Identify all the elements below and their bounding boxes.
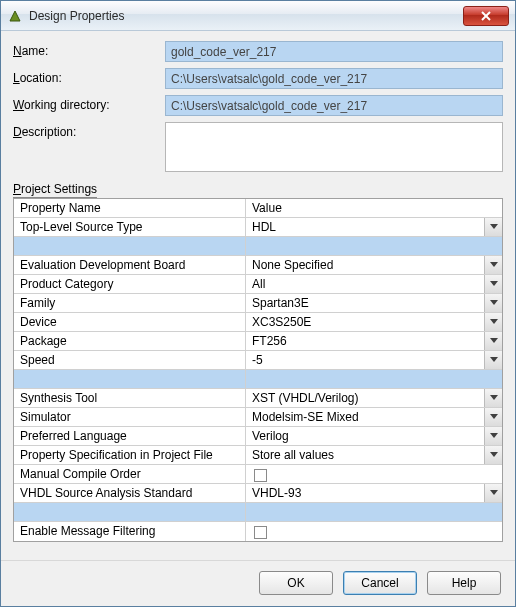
settings-grid: Property Name Value Top-Level Source Typ… [13, 198, 503, 542]
dropdown-button[interactable] [484, 218, 502, 236]
titlebar[interactable]: Design Properties [1, 1, 515, 31]
help-button[interactable]: Help [427, 571, 501, 595]
chevron-down-icon [490, 319, 498, 325]
chevron-down-icon [490, 357, 498, 363]
description-field[interactable] [165, 122, 503, 172]
property-value[interactable]: All [246, 275, 484, 293]
app-icon [7, 8, 23, 24]
svg-marker-6 [490, 300, 498, 305]
svg-marker-3 [490, 224, 498, 229]
dropdown-button[interactable] [484, 446, 502, 464]
svg-marker-8 [490, 338, 498, 343]
grid-row [14, 503, 502, 522]
svg-marker-10 [490, 395, 498, 400]
name-field: gold_code_ver_217 [165, 41, 503, 62]
property-value[interactable]: XC3S250E [246, 313, 484, 331]
chevron-down-icon [490, 300, 498, 306]
location-label: Location: [13, 68, 165, 85]
dropdown-button[interactable] [484, 389, 502, 407]
dropdown-button[interactable] [484, 256, 502, 274]
grid-row: VHDL Source Analysis StandardVHDL-93 [14, 484, 502, 503]
property-value[interactable]: Store all values [246, 446, 484, 464]
grid-row: Speed-5 [14, 351, 502, 370]
project-settings-label: Project Settings [13, 182, 503, 196]
svg-marker-5 [490, 281, 498, 286]
property-value[interactable]: Verilog [246, 427, 484, 445]
dropdown-button[interactable] [484, 332, 502, 350]
dropdown-button[interactable] [484, 294, 502, 312]
property-value[interactable]: XST (VHDL/Verilog) [246, 389, 484, 407]
grid-row [14, 237, 502, 256]
chevron-down-icon [490, 224, 498, 230]
grid-header: Property Name Value [14, 199, 502, 218]
property-name: Synthesis Tool [14, 389, 246, 407]
property-name: Top-Level Source Type [14, 218, 246, 236]
workdir-field: C:\Users\vatsalc\gold_code_ver_217 [165, 95, 503, 116]
dropdown-button[interactable] [484, 484, 502, 502]
dropdown-button[interactable] [484, 427, 502, 445]
chevron-down-icon [490, 395, 498, 401]
checkbox[interactable] [254, 469, 267, 482]
property-name: Simulator [14, 408, 246, 426]
chevron-down-icon [490, 490, 498, 496]
property-value[interactable]: None Specified [246, 256, 484, 274]
header-property: Property Name [14, 199, 246, 217]
button-bar: OK Cancel Help [1, 560, 515, 606]
grid-row: PackageFT256 [14, 332, 502, 351]
property-name: Property Specification in Project File [14, 446, 246, 464]
chevron-down-icon [490, 452, 498, 458]
dropdown-button[interactable] [484, 275, 502, 293]
property-value[interactable]: Spartan3E [246, 294, 484, 312]
svg-marker-12 [490, 433, 498, 438]
svg-marker-11 [490, 414, 498, 419]
grid-row: Enable Message Filtering [14, 522, 502, 541]
grid-row: Synthesis ToolXST (VHDL/Verilog) [14, 389, 502, 408]
property-name: Speed [14, 351, 246, 369]
ok-button[interactable]: OK [259, 571, 333, 595]
svg-marker-7 [490, 319, 498, 324]
chevron-down-icon [490, 433, 498, 439]
property-value[interactable]: HDL [246, 218, 484, 236]
svg-marker-0 [10, 11, 20, 21]
grid-row: Product CategoryAll [14, 275, 502, 294]
property-value[interactable]: Modelsim-SE Mixed [246, 408, 484, 426]
property-name: Product Category [14, 275, 246, 293]
property-name: Device [14, 313, 246, 331]
chevron-down-icon [490, 281, 498, 287]
header-value: Value [246, 199, 502, 217]
close-button[interactable] [463, 6, 509, 26]
property-name: Package [14, 332, 246, 350]
property-name: Enable Message Filtering [14, 522, 246, 541]
content-area: Name: gold_code_ver_217 Location: C:\Use… [1, 31, 515, 560]
grid-row: Evaluation Development BoardNone Specifi… [14, 256, 502, 275]
checkbox[interactable] [254, 526, 267, 539]
grid-row: DeviceXC3S250E [14, 313, 502, 332]
property-name: Preferred Language [14, 427, 246, 445]
chevron-down-icon [490, 262, 498, 268]
property-name: Manual Compile Order [14, 465, 246, 483]
workdir-label: Working directory: [13, 95, 165, 112]
window-title: Design Properties [29, 9, 463, 23]
svg-marker-14 [490, 490, 498, 495]
dropdown-button[interactable] [484, 351, 502, 369]
property-value[interactable]: VHDL-93 [246, 484, 484, 502]
svg-marker-4 [490, 262, 498, 267]
grid-row: SimulatorModelsim-SE Mixed [14, 408, 502, 427]
chevron-down-icon [490, 338, 498, 344]
grid-row: FamilySpartan3E [14, 294, 502, 313]
property-value[interactable]: FT256 [246, 332, 484, 350]
dropdown-button[interactable] [484, 408, 502, 426]
property-value[interactable]: -5 [246, 351, 484, 369]
svg-marker-9 [490, 357, 498, 362]
grid-row: Property Specification in Project FileSt… [14, 446, 502, 465]
dropdown-button[interactable] [484, 313, 502, 331]
cancel-button[interactable]: Cancel [343, 571, 417, 595]
dialog-window: Design Properties Name: gold_code_ver_21… [0, 0, 516, 607]
property-name: Evaluation Development Board [14, 256, 246, 274]
property-name: VHDL Source Analysis Standard [14, 484, 246, 502]
close-icon [480, 11, 492, 21]
grid-row: Preferred LanguageVerilog [14, 427, 502, 446]
location-field: C:\Users\vatsalc\gold_code_ver_217 [165, 68, 503, 89]
chevron-down-icon [490, 414, 498, 420]
grid-row [14, 370, 502, 389]
